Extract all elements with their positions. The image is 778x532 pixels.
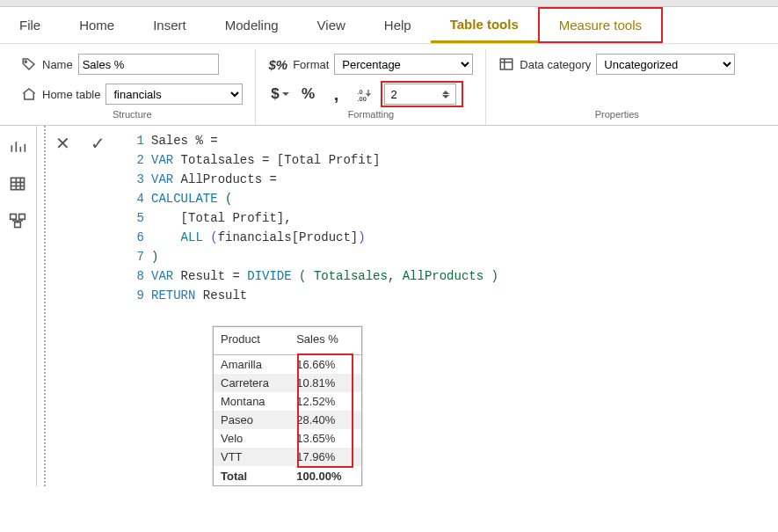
home-icon bbox=[21, 86, 37, 102]
thousands-button[interactable]: , bbox=[324, 83, 347, 106]
data-category-select[interactable]: Uncategorized bbox=[596, 54, 735, 75]
tab-modeling[interactable]: Modeling bbox=[206, 7, 298, 43]
svg-rect-4 bbox=[11, 178, 24, 189]
group-title-formatting: Formatting bbox=[348, 106, 395, 123]
svg-rect-3 bbox=[501, 59, 513, 69]
ribbon-group-properties: Data category Uncategorized Properties bbox=[486, 49, 747, 125]
tab-file[interactable]: File bbox=[0, 7, 60, 43]
svg-rect-5 bbox=[10, 215, 16, 220]
table-row: VTT17.96% bbox=[214, 448, 361, 466]
format-label: Format bbox=[293, 58, 329, 71]
currency-button[interactable]: $ bbox=[268, 83, 291, 106]
tab-insert[interactable]: Insert bbox=[134, 7, 206, 43]
group-title-structure: Structure bbox=[113, 106, 152, 123]
table-row: Paseo28.40% bbox=[214, 411, 361, 429]
table-row: Carretera10.81% bbox=[214, 374, 361, 392]
format-select[interactable]: Percentage bbox=[334, 54, 473, 75]
formula-bar: ✕ ✓ 1Sales % =2VAR Totalsales = [Total P… bbox=[46, 126, 778, 310]
tag-icon bbox=[21, 56, 37, 72]
decimal-auto-button[interactable]: .0.00 bbox=[353, 83, 375, 106]
table-row: Velo13.65% bbox=[214, 429, 361, 448]
data-category-label: Data category bbox=[520, 58, 591, 71]
tab-home[interactable]: Home bbox=[60, 7, 134, 43]
view-switcher bbox=[0, 126, 37, 486]
commit-formula-button[interactable]: ✓ bbox=[84, 131, 111, 156]
decimals-spinner[interactable] bbox=[442, 91, 449, 98]
svg-point-0 bbox=[25, 61, 26, 62]
category-icon bbox=[498, 56, 514, 72]
svg-rect-6 bbox=[18, 215, 25, 220]
tab-view[interactable]: View bbox=[298, 7, 365, 43]
measure-name-input[interactable] bbox=[78, 54, 219, 75]
name-label: Name bbox=[42, 58, 73, 71]
cancel-formula-button[interactable]: ✕ bbox=[49, 131, 76, 156]
report-view-button[interactable] bbox=[7, 138, 30, 157]
ribbon-group-structure: Name Home table financials Structure bbox=[9, 49, 256, 125]
tab-help[interactable]: Help bbox=[365, 7, 431, 43]
decimals-highlight bbox=[381, 81, 463, 107]
table-visual[interactable]: Product Sales % Amarilla16.66% Carretera… bbox=[213, 326, 362, 486]
format-icon: $% bbox=[268, 53, 287, 76]
tab-table-tools[interactable]: Table tools bbox=[431, 7, 538, 43]
home-table-label: Home table bbox=[42, 88, 100, 101]
percent-button[interactable]: % bbox=[296, 83, 319, 106]
group-title-properties: Properties bbox=[595, 106, 639, 123]
svg-rect-7 bbox=[14, 222, 20, 228]
ribbon-group-formatting: $% Format Percentage $ % , .0.00 bbox=[256, 49, 486, 125]
home-table-select[interactable]: financials bbox=[105, 84, 243, 105]
table-header: Product Sales % bbox=[214, 327, 361, 355]
model-view-button[interactable] bbox=[7, 212, 30, 231]
dax-editor[interactable]: 1Sales % =2VAR Totalsales = [Total Profi… bbox=[120, 131, 507, 305]
data-view-button[interactable] bbox=[7, 175, 30, 194]
svg-text:.00: .00 bbox=[358, 95, 367, 103]
table-total-row: Total100.00% bbox=[214, 466, 361, 485]
tab-measure-tools[interactable]: Measure tools bbox=[538, 7, 663, 43]
table-row: Montana12.52% bbox=[214, 392, 361, 411]
table-row: Amarilla16.66% bbox=[214, 355, 361, 375]
